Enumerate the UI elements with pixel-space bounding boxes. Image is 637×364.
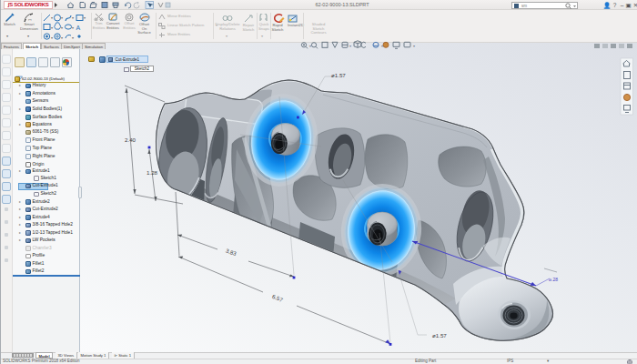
svg-text:A: A: [76, 25, 81, 31]
svg-text:▾: ▾: [72, 15, 74, 20]
svg-text:▾: ▾: [51, 35, 53, 40]
svg-text:▾: ▾: [72, 25, 74, 30]
svg-text:▾: ▾: [61, 15, 63, 20]
svg-text:▾: ▾: [72, 35, 74, 40]
svg-text:▾: ▾: [61, 25, 63, 30]
svg-text:▾: ▾: [84, 15, 86, 20]
svg-text:▾: ▾: [61, 35, 63, 40]
svg-text:▾: ▾: [51, 25, 53, 30]
svg-text:▾: ▾: [51, 15, 53, 20]
